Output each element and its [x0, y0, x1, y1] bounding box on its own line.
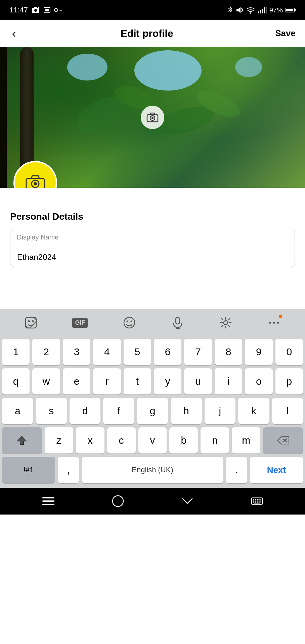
mic-icon	[171, 316, 184, 329]
display-name-wrapper: Display Name Ethan2024	[10, 229, 295, 267]
save-button[interactable]: Save	[275, 28, 296, 39]
svg-point-6	[54, 8, 58, 12]
home-nav-button[interactable]	[112, 495, 124, 507]
bluetooth-icon	[227, 6, 233, 14]
key-u[interactable]: u	[184, 368, 212, 394]
emoji-button[interactable]	[120, 313, 139, 332]
key-f[interactable]: f	[103, 398, 134, 424]
svg-point-33	[28, 320, 30, 322]
key-8[interactable]: 8	[215, 339, 242, 365]
number-row: 1 2 3 4 5 6 7 8 9 0	[2, 339, 303, 365]
signal-icon	[258, 7, 267, 13]
bottom-row: !#1 , English (UK) . Next	[2, 457, 303, 483]
cover-photo[interactable]	[0, 47, 305, 188]
comma-key[interactable]: ,	[58, 457, 79, 483]
edit-cover-photo-button[interactable]	[141, 106, 164, 129]
svg-rect-2	[34, 7, 37, 8]
svg-point-34	[32, 320, 34, 322]
svg-rect-50	[42, 504, 54, 505]
keyboard: 1 2 3 4 5 6 7 8 9 0 q w e r t y u i o p …	[0, 336, 305, 488]
key-e[interactable]: e	[63, 368, 90, 394]
key-y[interactable]: y	[154, 368, 181, 394]
key-j[interactable]: j	[205, 398, 235, 424]
svg-rect-54	[255, 499, 256, 501]
svg-rect-9	[61, 10, 62, 11]
key-r[interactable]: r	[93, 368, 121, 394]
back-button[interactable]: ‹	[9, 25, 18, 41]
key-p[interactable]: p	[275, 368, 303, 394]
personal-details-title: Personal Details	[10, 211, 295, 222]
key-z[interactable]: z	[45, 427, 73, 453]
second-input-field[interactable]	[10, 272, 295, 289]
key-3[interactable]: 3	[63, 339, 90, 365]
svg-point-44	[277, 322, 279, 324]
key-b[interactable]: b	[169, 427, 198, 453]
key-2[interactable]: 2	[32, 339, 60, 365]
sticker-button[interactable]	[21, 313, 40, 332]
key-d[interactable]: d	[70, 398, 100, 424]
next-key[interactable]: Next	[250, 457, 303, 483]
mic-button[interactable]	[168, 313, 187, 332]
keyboard-icon	[251, 495, 263, 507]
shift-key[interactable]	[2, 427, 42, 453]
status-right: 97%	[227, 6, 296, 14]
svg-rect-48	[42, 497, 54, 498]
key-m[interactable]: m	[232, 427, 260, 453]
key-k[interactable]: k	[238, 398, 269, 424]
period-key[interactable]: .	[226, 457, 247, 483]
key-icon	[54, 7, 63, 13]
svg-rect-56	[259, 499, 261, 501]
key-6[interactable]: 6	[154, 339, 181, 365]
svg-rect-21	[295, 9, 296, 11]
backspace-icon	[277, 436, 290, 445]
key-w[interactable]: w	[32, 368, 60, 394]
key-v[interactable]: v	[138, 427, 167, 453]
gif-button[interactable]: GIF	[70, 315, 90, 330]
key-t[interactable]: t	[124, 368, 151, 394]
display-name-label: Display Name	[17, 233, 58, 241]
qwerty-row: q w e r t y u i o p	[2, 368, 303, 394]
symbol-key[interactable]: !#1	[2, 457, 55, 483]
back-nav-button[interactable]	[181, 495, 193, 507]
key-n[interactable]: n	[201, 427, 229, 453]
key-c[interactable]: c	[107, 427, 136, 453]
svg-rect-38	[176, 317, 180, 324]
menu-lines-icon	[42, 495, 54, 507]
svg-rect-55	[257, 499, 258, 501]
svg-point-1	[34, 9, 37, 12]
battery-icon	[286, 7, 296, 13]
key-9[interactable]: 9	[245, 339, 272, 365]
key-q[interactable]: q	[2, 368, 30, 394]
keyboard-hide-button[interactable]	[251, 495, 263, 507]
more-button[interactable]	[265, 313, 284, 332]
menu-nav-button[interactable]	[42, 495, 54, 507]
svg-point-43	[273, 322, 275, 324]
svg-rect-49	[42, 500, 54, 502]
key-4[interactable]: 4	[93, 339, 121, 365]
key-0[interactable]: 0	[275, 339, 303, 365]
key-s[interactable]: s	[36, 398, 67, 424]
key-a[interactable]: a	[2, 398, 33, 424]
key-1[interactable]: 1	[2, 339, 30, 365]
avatar-edit-button[interactable]	[13, 161, 57, 188]
key-7[interactable]: 7	[184, 339, 212, 365]
key-5[interactable]: 5	[124, 339, 151, 365]
keyboard-settings-button[interactable]	[216, 313, 235, 332]
profile-content: Personal Details Display Name Ethan2024	[0, 188, 305, 296]
chevron-down-icon	[181, 495, 193, 507]
key-i[interactable]: i	[215, 368, 242, 394]
key-x[interactable]: x	[76, 427, 104, 453]
backspace-key[interactable]	[263, 427, 303, 453]
camera-status-icon	[31, 7, 40, 13]
svg-rect-52	[251, 498, 262, 504]
home-circle-icon	[112, 495, 124, 507]
space-key[interactable]: English (UK)	[82, 457, 223, 483]
key-l[interactable]: l	[272, 398, 303, 424]
key-o[interactable]: o	[245, 368, 272, 394]
key-g[interactable]: g	[137, 398, 168, 424]
gif-label: GIF	[72, 318, 88, 328]
avatar-container	[13, 161, 57, 188]
key-h[interactable]: h	[171, 398, 202, 424]
display-name-input[interactable]: Display Name Ethan2024	[10, 229, 295, 267]
svg-point-13	[250, 12, 251, 14]
